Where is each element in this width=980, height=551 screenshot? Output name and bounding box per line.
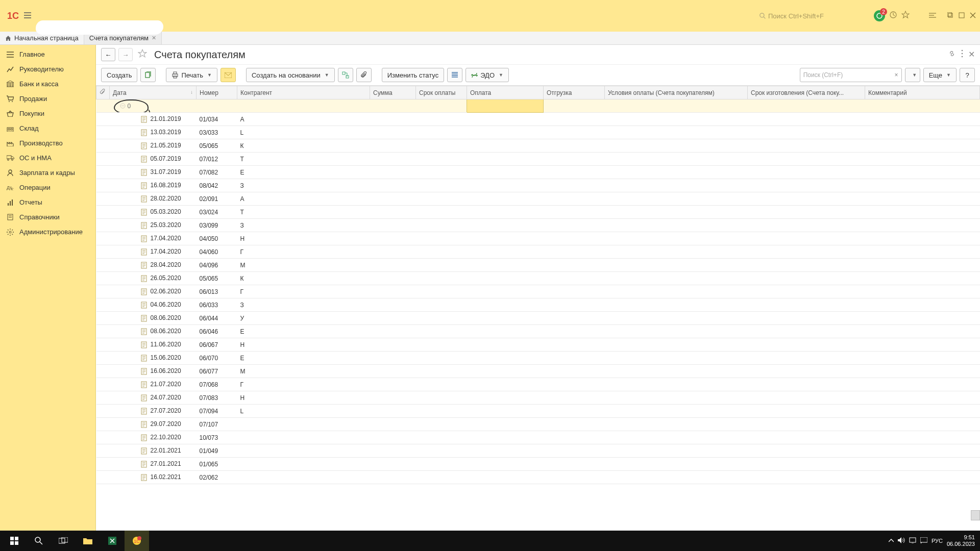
file-explorer-icon[interactable] (76, 531, 100, 551)
sidebar-item-3[interactable]: Продажи (0, 91, 95, 106)
scrollbar-vertical[interactable] (971, 510, 980, 520)
start-button[interactable] (2, 531, 27, 551)
tray-volume-icon[interactable] (898, 537, 905, 544)
close-page-icon[interactable]: ✕ (968, 49, 975, 60)
tray-network-icon[interactable] (909, 537, 916, 544)
table-row[interactable]: 04.06.202006/033З (96, 298, 980, 312)
sidebar-item-7[interactable]: ОС и НМА (0, 151, 95, 165)
more-button[interactable]: Еще▼ (923, 68, 957, 82)
settings-bars-icon[interactable] (929, 11, 936, 20)
filter-payment-cell[interactable] (467, 99, 544, 113)
hamburger-icon[interactable] (24, 11, 31, 20)
table-row[interactable]: 11.06.202006/067Н (96, 338, 980, 352)
table-row[interactable]: 29.07.202007/107 (96, 418, 980, 431)
col-attach[interactable] (96, 86, 110, 99)
toolbar-search[interactable]: Поиск (Ctrl+F) × (800, 68, 902, 82)
sidebar-item-12[interactable]: Администрирование (0, 224, 95, 239)
tray-lang[interactable]: РУС (932, 538, 943, 544)
sidebar-item-0[interactable]: Главное (0, 47, 95, 62)
col-contractor[interactable]: Контрагент (237, 86, 370, 99)
sidebar-item-4[interactable]: Покупки (0, 106, 95, 121)
search-menu-button[interactable]: ▼ (905, 68, 920, 82)
change-status-button[interactable]: Изменить статус (382, 68, 444, 82)
task-view-icon[interactable] (51, 531, 76, 551)
nav-forward-button[interactable]: → (118, 48, 133, 61)
table-row[interactable]: 26.05.202005/065К (96, 272, 980, 285)
list-view-button[interactable] (447, 68, 462, 82)
tab-close-icon[interactable]: ✕ (152, 35, 156, 41)
copy-button[interactable] (140, 68, 156, 82)
table-row[interactable]: 28.04.202004/096М (96, 259, 980, 272)
link-icon[interactable] (948, 49, 956, 60)
window-maximize-icon[interactable] (959, 11, 965, 20)
table-row[interactable]: 05.07.201907/012Т (96, 153, 980, 166)
table-row[interactable]: 21.07.202007/068Г (96, 378, 980, 391)
table-row[interactable]: 31.07.201907/082Е (96, 166, 980, 179)
help-button[interactable]: ? (960, 68, 975, 82)
sidebar-item-8[interactable]: Зарплата и кадры (0, 165, 95, 180)
table-row[interactable]: 22.01.202101/049 (96, 444, 980, 458)
edo-button[interactable]: ЭДО▼ (465, 68, 509, 82)
col-due[interactable]: Срок оплаты (416, 86, 467, 99)
table-row[interactable]: 05.03.202003/024Т (96, 206, 980, 219)
table-row[interactable]: 27.07.202007/094L (96, 405, 980, 418)
table-row[interactable]: 22.10.202010/073 (96, 431, 980, 444)
table-row[interactable]: 27.01.202101/065 (96, 458, 980, 471)
sidebar-item-5[interactable]: Склад (0, 121, 95, 136)
table-row[interactable]: 16.02.202102/062 (96, 471, 980, 484)
col-sum[interactable]: Сумма (370, 86, 416, 99)
history-icon[interactable] (889, 11, 897, 21)
tray-chevron-icon[interactable] (889, 538, 894, 544)
filter-date-cell[interactable]: 0 (110, 99, 197, 113)
1c-taskbar-icon[interactable]: 1C (125, 531, 149, 551)
table-row[interactable]: 16.06.202006/077М (96, 365, 980, 378)
report-icon (6, 199, 14, 206)
col-comment[interactable]: Комментарий (865, 86, 980, 99)
window-close-icon[interactable] (970, 11, 976, 20)
sidebar-item-1[interactable]: Руководителю (0, 62, 95, 77)
create-button[interactable]: Создать (101, 68, 137, 82)
sidebar-item-10[interactable]: Отчеты (0, 195, 95, 210)
notifications-badge[interactable]: 2 (874, 10, 885, 21)
favorite-star-icon[interactable] (138, 49, 147, 60)
table-row[interactable]: 13.03.201903/033L (96, 126, 980, 139)
tray-clock[interactable]: 9:51 06.06.2023 (947, 534, 975, 547)
global-search[interactable]: Поиск Ctrl+Shift+F (757, 12, 870, 20)
col-terms[interactable]: Условия оплаты (Счета покупателям) (605, 86, 748, 99)
table-row[interactable]: 08.06.202006/044У (96, 312, 980, 325)
print-button[interactable]: Печать▼ (166, 68, 217, 82)
sidebar-item-9[interactable]: ДтКтОперации (0, 180, 95, 195)
table-row[interactable]: 25.03.202003/099З (96, 219, 980, 232)
search-taskbar-icon[interactable] (27, 531, 51, 551)
attach-button[interactable] (356, 68, 372, 82)
envelope-button[interactable] (220, 68, 236, 82)
table-row[interactable]: 16.08.201908/042З (96, 179, 980, 192)
sidebar-item-6[interactable]: Производство (0, 136, 95, 151)
document-icon (140, 328, 148, 335)
col-date[interactable]: Дата↓ (110, 86, 197, 99)
table-row[interactable]: 08.06.202006/046Е (96, 325, 980, 338)
table-row[interactable]: 24.07.202007/083Н (96, 391, 980, 405)
clear-search-icon[interactable]: × (895, 71, 898, 79)
table-row[interactable]: 21.01.201901/034А (96, 113, 980, 126)
table-row[interactable]: 15.06.202006/070Е (96, 352, 980, 365)
create-based-on-button[interactable]: Создать на основании▼ (246, 68, 335, 82)
table-row[interactable]: 21.05.201905/065К (96, 139, 980, 153)
table-row[interactable]: 17.04.202004/060Г (96, 245, 980, 259)
sidebar-item-11[interactable]: Справочники (0, 210, 95, 224)
col-payment[interactable]: Оплата (467, 86, 544, 99)
col-number[interactable]: Номер (197, 86, 237, 99)
tray-action-center-icon[interactable] (920, 537, 927, 545)
table-row[interactable]: 28.02.202002/091А (96, 192, 980, 206)
sidebar-item-2[interactable]: Банк и касса (0, 77, 95, 91)
related-docs-button[interactable] (338, 68, 353, 82)
star-icon[interactable] (901, 11, 910, 21)
window-restore-icon[interactable] (947, 11, 953, 20)
col-shipment[interactable]: Отгрузка (544, 86, 605, 99)
table-row[interactable]: 02.06.202006/013Г (96, 285, 980, 298)
excel-icon[interactable] (100, 531, 125, 551)
more-vertical-icon[interactable] (961, 49, 963, 60)
col-mfg-date[interactable]: Срок изготовления (Счета поку... (748, 86, 865, 99)
nav-back-button[interactable]: ← (101, 48, 115, 61)
table-row[interactable]: 17.04.202004/050Н (96, 232, 980, 245)
